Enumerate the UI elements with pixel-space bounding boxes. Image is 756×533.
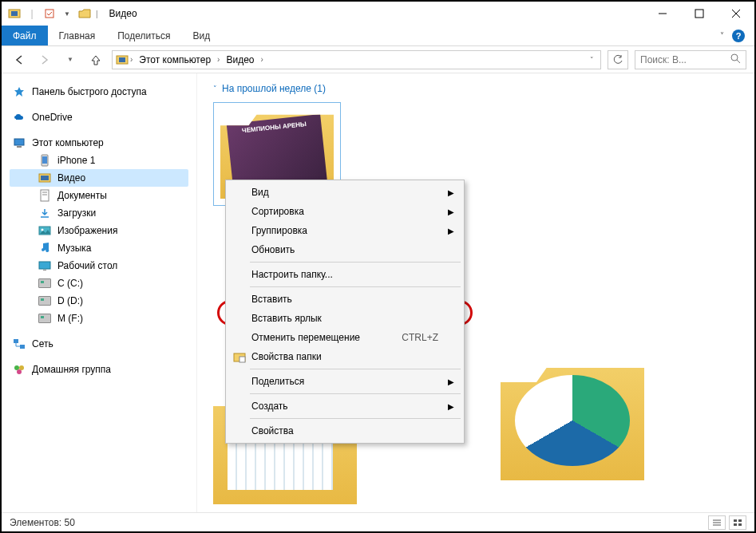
group-header[interactable]: ˅ На прошлой неделе (1): [213, 83, 738, 94]
network-icon: [13, 338, 26, 350]
item-count: Элементов: 50: [10, 517, 75, 528]
crumb-sep-icon[interactable]: ›: [217, 55, 220, 64]
tab-view[interactable]: Вид: [181, 26, 221, 45]
search-input[interactable]: Поиск: В...: [635, 50, 746, 69]
svg-point-9: [731, 54, 738, 61]
svg-rect-31: [239, 357, 245, 362]
folder-icon: [78, 7, 91, 20]
tab-share[interactable]: Поделиться: [106, 26, 181, 45]
drive-icon: [38, 277, 51, 290]
menu-sort[interactable]: Сортировка▶: [228, 202, 462, 221]
svg-rect-24: [43, 270, 46, 270]
qat-separator-icon: |: [26, 7, 38, 20]
drive-icon: [38, 294, 51, 307]
menu-share[interactable]: Поделиться▶: [228, 372, 462, 391]
menu-paste[interactable]: Вставить: [228, 290, 462, 309]
help-icon[interactable]: ?: [732, 30, 745, 42]
sidebar-videos[interactable]: Видео: [10, 169, 188, 187]
video-folder-icon: [8, 7, 21, 20]
svg-rect-25: [14, 339, 18, 343]
ribbon-tabs: Файл Главная Поделиться Вид ˅ ?: [2, 26, 754, 46]
menu-view[interactable]: Вид▶: [228, 183, 462, 202]
crumb-this-pc[interactable]: Этот компьютер: [134, 54, 216, 65]
sidebar-downloads[interactable]: Загрузки: [10, 204, 188, 222]
sidebar-homegroup[interactable]: Домашняя группа: [10, 361, 188, 378]
star-icon: [13, 85, 26, 98]
search-placeholder: Поиск: В...: [640, 54, 726, 65]
video-lib-icon: [116, 53, 129, 66]
close-button[interactable]: [718, 2, 754, 26]
svg-rect-11: [14, 139, 24, 145]
sidebar-music[interactable]: Музыка: [10, 239, 188, 257]
window-title: Видео: [105, 8, 137, 19]
sidebar-pictures[interactable]: Изображения: [10, 222, 188, 239]
menu-properties[interactable]: Свойства: [228, 421, 462, 440]
phone-icon: [38, 154, 51, 167]
submenu-arrow-icon: ▶: [448, 188, 454, 197]
svg-rect-14: [42, 156, 47, 164]
svg-rect-12: [17, 146, 22, 148]
crumb-sep-icon[interactable]: ›: [130, 55, 133, 64]
up-button[interactable]: [86, 50, 105, 69]
sidebar-drive-c[interactable]: C (C:): [10, 274, 188, 292]
menu-separator: [250, 369, 461, 369]
svg-rect-2: [46, 10, 53, 18]
menu-refresh[interactable]: Обновить: [228, 240, 462, 259]
sidebar-network[interactable]: Сеть: [10, 335, 188, 353]
qat-properties-icon[interactable]: [43, 7, 56, 20]
sidebar-drive-d[interactable]: D (D:): [10, 292, 188, 310]
view-details-button[interactable]: [708, 515, 726, 530]
documents-icon: [38, 189, 51, 202]
onedrive-icon: [13, 111, 26, 124]
sidebar-documents[interactable]: Документы: [10, 187, 188, 204]
menu-group[interactable]: Группировка▶: [228, 221, 462, 240]
sidebar-iphone[interactable]: iPhone 1: [10, 152, 188, 169]
menu-folder-properties[interactable]: Свойства папки: [228, 347, 462, 366]
chevron-down-icon: ˅: [213, 85, 217, 93]
folder-item[interactable]: [501, 361, 644, 480]
menu-separator: [250, 286, 461, 287]
sidebar-drive-m[interactable]: M (F:): [10, 310, 188, 327]
tab-file[interactable]: Файл: [2, 26, 48, 45]
menu-undo-move[interactable]: Отменить перемещениеCTRL+Z: [228, 328, 462, 347]
shortcut-label: CTRL+Z: [402, 332, 438, 343]
maximize-button[interactable]: [681, 2, 718, 26]
back-button[interactable]: [10, 50, 29, 69]
menu-new[interactable]: Создать▶: [228, 397, 462, 416]
search-icon: [730, 53, 741, 66]
qat-separator: |: [96, 10, 98, 18]
menu-customize-folder[interactable]: Настроить папку...: [228, 265, 462, 284]
homegroup-icon: [13, 363, 26, 376]
context-menu: Вид▶ Сортировка▶ Группировка▶ Обновить Н…: [225, 180, 465, 444]
explorer-window: | ▼ | Видео Файл Главная Поделит: [0, 0, 756, 533]
minimize-button[interactable]: [644, 2, 681, 26]
submenu-arrow-icon: ▶: [448, 207, 454, 216]
sidebar-quick-access[interactable]: Панель быстрого доступа: [10, 83, 188, 101]
addressbar: ▼ › Этот компьютер › Видео › ˅ Поиск: В.…: [2, 46, 754, 73]
folder-props-icon: [232, 349, 247, 364]
tab-home[interactable]: Главная: [48, 26, 107, 45]
breadcrumb[interactable]: › Этот компьютер › Видео › ˅: [112, 50, 601, 69]
forward-button[interactable]: [35, 50, 54, 69]
ribbon-expand-icon[interactable]: ˅: [720, 31, 724, 40]
downloads-icon: [38, 207, 51, 219]
refresh-button[interactable]: [608, 50, 628, 69]
qat-dropdown-icon[interactable]: ▼: [61, 7, 73, 20]
crumb-videos[interactable]: Видео: [221, 54, 259, 65]
sidebar-this-pc[interactable]: Этот компьютер: [10, 134, 188, 152]
navigation-pane: Панель быстрого доступа OneDrive Этот ко…: [2, 73, 197, 512]
svg-rect-1: [11, 11, 18, 16]
svg-point-29: [17, 369, 22, 374]
sidebar-onedrive[interactable]: OneDrive: [10, 109, 188, 126]
svg-rect-38: [738, 523, 742, 526]
sidebar-desktop[interactable]: Рабочий стол: [10, 257, 188, 274]
svg-rect-4: [695, 10, 703, 18]
desktop-icon: [38, 259, 51, 272]
view-thumbnails-button[interactable]: [729, 515, 746, 530]
crumb-sep-icon[interactable]: ›: [260, 55, 263, 64]
svg-rect-16: [41, 176, 49, 180]
recent-dropdown[interactable]: ▼: [61, 50, 80, 69]
menu-paste-shortcut[interactable]: Вставить ярлык: [228, 309, 462, 328]
video-icon: [38, 172, 51, 184]
breadcrumb-dropdown-icon[interactable]: ˅: [590, 56, 594, 64]
